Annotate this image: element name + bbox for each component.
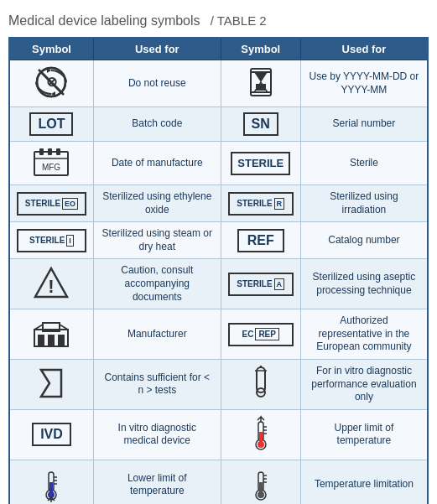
symbol-right [221,60,300,107]
table-row: ⊘ Do not reuse Use by YYYY-MM-DD or YYYY… [9,60,428,107]
title-text: Medical device labeling symbols [8,13,200,28]
used-for-right: Sterilized using irradiation [300,185,428,222]
used-for-left: In vitro diagnostic medical device [93,409,221,460]
symbol-right: STERILEA [221,259,300,309]
symbol-right [221,409,300,460]
svg-rect-23 [58,335,65,346]
col-header-symbol2: Symbol [221,38,300,60]
table-row: MFG Date of manufactureSTERILESterile [9,142,428,185]
used-for-left: Sterilized using steam or dry heat [93,222,221,259]
svg-rect-21 [38,335,44,346]
symbol-left [9,460,93,504]
symbol-right: STERILE [221,142,300,185]
svg-rect-10 [256,84,266,91]
symbol-right [221,359,300,409]
col-header-used2: Used for [300,38,428,60]
symbol-left: IVD [9,409,93,460]
used-for-right: Serial number [300,107,428,142]
symbol-left [9,359,93,409]
table-row: IVDIn vitro diagnostic medical device Up… [9,409,428,460]
table-row: LOTBatch codeSNSerial number [9,107,428,142]
used-for-right: Temperature limitation [300,460,428,504]
used-for-left: Do not reuse [93,60,221,107]
used-for-right: Upper limit of temperature [300,409,428,460]
symbol-left: STERILEEO [9,185,93,222]
symbol-left: ⊘ [9,60,93,107]
symbols-table: Symbol Used for Symbol Used for ⊘ Do not… [8,37,429,504]
page-container: Medical device labeling symbols / TABLE … [0,0,437,504]
subtitle-text: / TABLE 2 [211,13,267,28]
svg-rect-15 [56,148,60,155]
symbol-left: STERILEI [9,222,93,259]
col-header-used1: Used for [93,38,221,60]
svg-text:!: ! [49,276,55,297]
svg-rect-14 [48,148,52,155]
used-for-right: Sterilized using aseptic processing tech… [300,259,428,309]
table-row: ! Caution, consult accompanying document… [9,259,428,309]
symbol-left: ! [9,259,93,309]
svg-point-34 [258,441,264,448]
table-row: STERILEEOSterilized using ethylene oxide… [9,185,428,222]
symbol-left: LOT [9,107,93,142]
used-for-left: Batch code [93,107,221,142]
used-for-left: Contains sufficient for < n > tests [93,359,221,409]
page-title: Medical device labeling symbols / TABLE … [8,8,429,30]
table-row: Lower limit of temperature Temperature l… [9,460,428,504]
table-row: Contains sufficient for < n > tests For … [9,359,428,409]
svg-point-48 [258,491,264,498]
symbol-right: REF [221,222,300,259]
used-for-right: Use by YYYY-MM-DD or YYYY-MM [300,60,428,107]
used-for-left: Lower limit of temperature [93,460,221,504]
svg-marker-26 [41,370,61,397]
used-for-right: Authorized representative in the Europea… [300,309,428,360]
symbol-left [9,309,93,360]
svg-marker-6 [254,72,268,82]
symbol-right: ECREP [221,309,300,360]
used-for-left: Sterilized using ethylene oxide [93,185,221,222]
used-for-right: For in vitro diagnostic performance eval… [300,359,428,409]
col-header-symbol1: Symbol [9,38,93,60]
svg-text:MFG: MFG [42,163,60,172]
used-for-right: Sterile [300,142,428,185]
symbol-left: MFG [9,142,93,185]
table-row: ManufacturerECREPAuthorized representati… [9,309,428,360]
symbol-right [221,460,300,504]
symbol-right: STERILER [221,185,300,222]
used-for-left: Manufacturer [93,309,221,360]
table-row: STERILEISterilized using steam or dry he… [9,222,428,259]
used-for-right: Catalog number [300,222,428,259]
svg-rect-13 [39,148,44,155]
used-for-left: Date of manufacture [93,142,221,185]
used-for-left: Caution, consult accompanying documents [93,259,221,309]
svg-rect-22 [48,335,55,346]
symbol-right: SN [221,107,300,142]
